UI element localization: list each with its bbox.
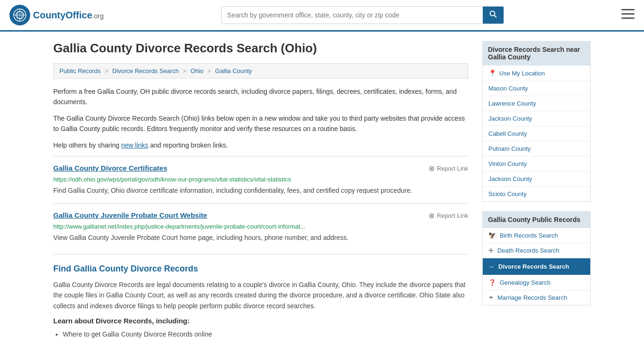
link-card-2-link[interactable]: Gallia County Juvenile Probate Court Web…: [53, 211, 207, 219]
sidebar-county-8-link[interactable]: Scioto County: [488, 190, 527, 197]
link-card-1: Gallia County Divorce Certificates ⊗ Rep…: [53, 156, 468, 203]
svg-rect-9: [621, 17, 635, 19]
sidebar-nearby-list: 📍 Use My Location Mason County Lawrence …: [482, 66, 591, 202]
find-section-subheading: Learn about Divorce Records, including:: [53, 317, 468, 325]
search-area: [221, 6, 504, 24]
logo[interactable]: CountyOffice.org: [9, 5, 104, 25]
sidebar-use-location[interactable]: 📍 Use My Location: [483, 66, 590, 81]
hamburger-menu[interactable]: [621, 9, 635, 21]
genealogy-icon: ❓: [488, 279, 496, 286]
svg-rect-8: [621, 13, 635, 15]
search-box: [221, 6, 504, 24]
sidebar-genealogy[interactable]: ❓ Genealogy Search: [483, 275, 590, 290]
sidebar-nearby-section: Divorce Records Search near Gallia Count…: [482, 41, 591, 202]
sidebar-county-2[interactable]: Lawrence County: [483, 96, 590, 111]
link-card-1-title: Gallia County Divorce Certificates: [53, 164, 167, 172]
sidebar-public-records-list: 🦅 Birth Records Search ✛ Death Records S…: [482, 228, 591, 305]
marriage-icon: ⚭: [488, 294, 494, 301]
report-icon-2: ⊗: [429, 211, 435, 220]
search-input[interactable]: [222, 7, 483, 24]
sidebar-county-2-link[interactable]: Lawrence County: [488, 100, 536, 107]
breadcrumb-divorce-records[interactable]: Divorce Records Search: [112, 67, 179, 74]
breadcrumb-public-records[interactable]: Public Records: [59, 67, 100, 74]
divorce-icon: ↔: [488, 263, 495, 270]
main-container: Gallia County Divorce Records Search (Oh…: [44, 41, 600, 340]
sidebar-county-5[interactable]: Putnam County: [483, 141, 590, 156]
list-item-1: Where to get Gallia County Divorce Recor…: [63, 329, 468, 340]
sidebar-county-3[interactable]: Jackson County: [483, 111, 590, 126]
birth-records-link[interactable]: Birth Records Search: [500, 232, 558, 239]
sidebar-county-5-link[interactable]: Putnam County: [488, 145, 531, 152]
sidebar-nearby-heading: Divorce Records Search near Gallia Count…: [482, 41, 591, 66]
report-link-1-label: Report Link: [437, 165, 468, 172]
link-card-2-header: Gallia County Juvenile Probate Court Web…: [53, 211, 468, 220]
find-section-list: Where to get Gallia County Divorce Recor…: [63, 329, 468, 340]
link-card-1-desc: Find Gallia County, Ohio divorce certifi…: [53, 186, 468, 196]
find-section-heading: Find Gallia County Divorce Records: [53, 264, 468, 274]
breadcrumb: Public Records > Divorce Records Search …: [53, 63, 468, 79]
link-card-2: Gallia County Juvenile Probate Court Web…: [53, 203, 468, 250]
report-link-1[interactable]: ⊗ Report Link: [429, 164, 468, 173]
sidebar-county-7[interactable]: Jackson County: [483, 172, 590, 187]
breadcrumb-sep1: >: [105, 67, 108, 74]
svg-line-6: [494, 16, 496, 18]
logo-text: CountyOffice.org: [33, 10, 104, 21]
find-section: Find Gallia County Divorce Records Galli…: [53, 254, 468, 340]
sidebar-county-3-link[interactable]: Jackson County: [488, 115, 532, 122]
sidebar-county-6[interactable]: Vinton County: [483, 156, 590, 172]
new-links-link[interactable]: new links: [121, 141, 149, 149]
breadcrumb-sep3: >: [207, 67, 211, 74]
marriage-records-link[interactable]: Marriage Records Search: [497, 294, 567, 301]
sidebar-county-4[interactable]: Cabell County: [483, 126, 590, 141]
svg-point-5: [490, 11, 495, 16]
intro-paragraph-2: The Gallia County Divorce Records Search…: [53, 113, 468, 134]
use-location-link[interactable]: Use My Location: [499, 70, 545, 77]
page-title: Gallia County Divorce Records Search (Oh…: [53, 41, 468, 56]
sidebar-public-records-heading: Gallia County Public Records: [482, 211, 591, 228]
svg-rect-7: [621, 9, 635, 10]
genealogy-link[interactable]: Genealogy Search: [500, 279, 551, 286]
intro-paragraph-1: Perform a free Gallia County, OH public …: [53, 86, 468, 107]
breadcrumb-ohio[interactable]: Ohio: [190, 67, 203, 74]
link-card-2-title: Gallia County Juvenile Probate Court Web…: [53, 211, 207, 219]
link-card-2-url[interactable]: http://www.gallianet.net/index.php/justi…: [53, 223, 468, 230]
death-icon: ✛: [488, 247, 494, 254]
sidebar-county-4-link[interactable]: Cabell County: [488, 130, 527, 137]
report-icon-1: ⊗: [429, 164, 435, 173]
death-records-link[interactable]: Death Records Search: [497, 247, 560, 254]
link-card-2-desc: View Gallia County Juvenile Probate Cour…: [53, 233, 468, 243]
divorce-records-link[interactable]: ↔ Divorce Records Search: [483, 258, 590, 275]
logo-icon: [9, 5, 30, 25]
sidebar-county-8[interactable]: Scioto County: [483, 187, 590, 201]
site-header: CountyOffice.org: [0, 0, 644, 32]
birth-icon: 🦅: [488, 232, 496, 239]
pin-icon: 📍: [488, 69, 496, 77]
sidebar-marriage-records[interactable]: ⚭ Marriage Records Search: [483, 290, 590, 305]
sidebar-county-6-link[interactable]: Vinton County: [488, 160, 527, 167]
link-card-1-link[interactable]: Gallia County Divorce Certificates: [53, 164, 167, 172]
sidebar-county-7-link[interactable]: Jackson County: [488, 175, 532, 182]
link-card-1-url[interactable]: https://odh.ohio.gov/wps/portal/gov/odh/…: [53, 176, 468, 183]
divorce-records-label: Divorce Records Search: [498, 263, 569, 270]
sidebar-public-records-section: Gallia County Public Records 🦅 Birth Rec…: [482, 211, 591, 305]
sidebar: Divorce Records Search near Gallia Count…: [482, 41, 591, 340]
breadcrumb-gallia[interactable]: Gallia County: [215, 67, 252, 74]
sidebar-birth-records[interactable]: 🦅 Birth Records Search: [483, 228, 590, 243]
report-link-2-label: Report Link: [437, 212, 468, 219]
report-link-2[interactable]: ⊗ Report Link: [429, 211, 468, 220]
sidebar-death-records[interactable]: ✛ Death Records Search: [483, 243, 590, 258]
breadcrumb-sep2: >: [183, 67, 187, 74]
intro-paragraph-3: Help others by sharing new links and rep…: [53, 140, 468, 150]
sidebar-divorce-records[interactable]: ↔ Divorce Records Search: [483, 258, 590, 275]
search-button[interactable]: [483, 7, 504, 24]
content-area: Gallia County Divorce Records Search (Oh…: [53, 41, 468, 340]
find-section-paragraph: Gallia County Divorce Records are legal …: [53, 280, 468, 311]
sidebar-county-1[interactable]: Mason County: [483, 81, 590, 96]
sidebar-county-1-link[interactable]: Mason County: [488, 85, 528, 92]
link-card-1-header: Gallia County Divorce Certificates ⊗ Rep…: [53, 164, 468, 173]
